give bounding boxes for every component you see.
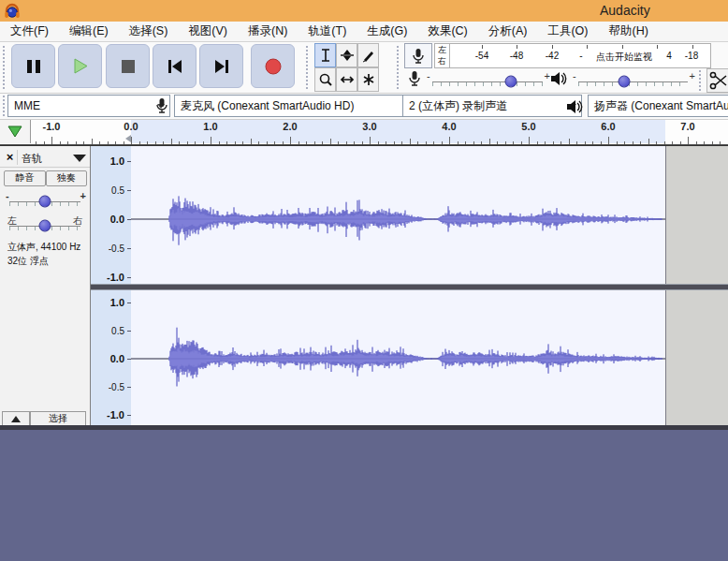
menu-tracks[interactable]: 轨道(T) bbox=[298, 23, 357, 39]
menu-effect[interactable]: 效果(C) bbox=[417, 23, 477, 39]
slider-min-label: - bbox=[573, 70, 576, 81]
gain-max-label: + bbox=[80, 190, 86, 201]
menu-view[interactable]: 视图(V) bbox=[178, 23, 238, 39]
gain-thumb[interactable] bbox=[39, 196, 51, 208]
ruler-label: 4.0 bbox=[442, 121, 456, 132]
ruler-tick bbox=[458, 141, 459, 144]
timeline-ruler[interactable]: -1.00.01.02.03.04.05.06.07.0 bbox=[0, 120, 728, 145]
zoom-tool-button[interactable] bbox=[314, 67, 336, 92]
ruler-label: 6.0 bbox=[601, 121, 615, 132]
skip-to-start-button[interactable] bbox=[153, 44, 197, 88]
title-bar[interactable]: Audacity bbox=[0, 0, 728, 22]
recording-volume-slider[interactable]: - + bbox=[432, 69, 543, 92]
skip-to-end-button[interactable] bbox=[199, 44, 243, 88]
meter-scale-label: -42 bbox=[546, 51, 559, 61]
record-meter-mic-button[interactable] bbox=[404, 43, 432, 68]
ruler-tick bbox=[537, 141, 538, 144]
vertical-scale-channel-2[interactable]: 1.00.50.0-0.5-1.0 bbox=[91, 290, 132, 426]
menu-generate[interactable]: 生成(G) bbox=[357, 23, 417, 39]
cut-button[interactable] bbox=[706, 68, 728, 93]
menu-transport[interactable]: 播录(N) bbox=[238, 23, 298, 39]
track-name[interactable]: 音轨 bbox=[22, 152, 42, 166]
waveform-svg-channel-1 bbox=[131, 146, 665, 284]
gain-min-label: - bbox=[6, 190, 9, 201]
menu-tools[interactable]: 工具(O) bbox=[537, 23, 598, 39]
timeline-options-button[interactable] bbox=[0, 120, 31, 143]
ruler-tick bbox=[672, 141, 673, 144]
ruler-tick bbox=[633, 141, 633, 144]
pan-slider[interactable]: 左 右 bbox=[9, 214, 80, 236]
ruler-tick bbox=[386, 141, 386, 144]
play-button[interactable] bbox=[58, 44, 102, 88]
device-toolbar: MME 麦克风 (Conexant SmartAudio HD) 2 (立体声)… bbox=[0, 94, 728, 120]
ruler-tick bbox=[401, 141, 402, 144]
ruler-tick bbox=[330, 139, 331, 144]
recording-device-select[interactable]: 麦克风 (Conexant SmartAudio HD) bbox=[174, 95, 421, 117]
track-menu-dropdown-icon[interactable] bbox=[73, 155, 86, 162]
ruler-tick bbox=[473, 141, 474, 144]
recording-meter[interactable]: -54-48-42-4-18点击开始监视 bbox=[449, 43, 711, 68]
toolbar-grip[interactable] bbox=[306, 46, 312, 89]
empty-track-space[interactable] bbox=[0, 430, 728, 561]
ruler-tick bbox=[608, 137, 609, 144]
waveform-channel-2[interactable] bbox=[131, 290, 665, 426]
mute-button[interactable]: 静音 bbox=[4, 170, 46, 186]
selection-tool-button[interactable] bbox=[314, 43, 336, 67]
menu-edit[interactable]: 编辑(E) bbox=[59, 23, 119, 39]
waveform-channel-1[interactable] bbox=[131, 146, 665, 284]
draw-tool-icon bbox=[361, 48, 376, 63]
slider-ticks bbox=[578, 82, 688, 86]
meter-tick bbox=[517, 45, 517, 49]
multi-tool-button[interactable] bbox=[357, 67, 379, 92]
toolbar-grip[interactable] bbox=[3, 46, 8, 89]
vertical-scale-channel-1[interactable]: 1.00.50.0-0.5-1.0 bbox=[91, 146, 132, 284]
microphone-icon bbox=[408, 70, 421, 87]
stop-button[interactable] bbox=[106, 44, 150, 88]
time-shift-tool-button[interactable] bbox=[336, 67, 357, 92]
monitor-hint-text[interactable]: 点击开始监视 bbox=[596, 51, 652, 64]
menu-select[interactable]: 选择(S) bbox=[119, 23, 179, 39]
playback-device-select[interactable]: 扬声器 (Conexant SmartAu bbox=[588, 95, 728, 117]
menu-file[interactable]: 文件(F) bbox=[0, 23, 59, 39]
stop-icon bbox=[121, 59, 136, 74]
ruler-tick bbox=[155, 141, 156, 144]
channel-divider[interactable] bbox=[91, 284, 728, 290]
audio-host-select[interactable]: MME bbox=[7, 95, 170, 117]
toolbar-area: 左 右 -54-48-42-4-18点击开始监视 - + - + bbox=[0, 42, 728, 94]
ruler-label: 7.0 bbox=[680, 121, 694, 132]
ruler-tick bbox=[640, 141, 641, 144]
ruler-tick bbox=[235, 141, 236, 144]
ruler-tick bbox=[426, 141, 427, 144]
meter-tick bbox=[657, 45, 658, 49]
draw-tool-button[interactable] bbox=[357, 43, 379, 67]
meter-channel-labels: 左 右 bbox=[434, 43, 450, 68]
playback-volume-slider[interactable]: - + bbox=[578, 69, 688, 92]
toolbar-grip[interactable] bbox=[397, 46, 402, 89]
beyond-clip-area[interactable] bbox=[665, 290, 728, 426]
speaker-icon bbox=[549, 70, 568, 87]
amplitude-label: 0.5 bbox=[111, 185, 124, 196]
recording-volume-thumb[interactable] bbox=[504, 76, 517, 88]
toolbar-grip[interactable] bbox=[699, 70, 705, 91]
solo-button[interactable]: 独奏 bbox=[46, 170, 87, 186]
pan-thumb[interactable] bbox=[39, 220, 51, 232]
ruler-tick bbox=[481, 141, 482, 144]
recording-channels-select[interactable]: 2 (立体声) 录制声道 bbox=[402, 95, 582, 117]
menu-help[interactable]: 帮助(H) bbox=[598, 23, 658, 39]
ruler-label: 1.0 bbox=[203, 121, 217, 132]
beyond-clip-area[interactable] bbox=[665, 146, 728, 284]
pause-button[interactable] bbox=[11, 44, 55, 88]
slider-max-label: + bbox=[690, 70, 695, 81]
amplitude-label: -0.5 bbox=[109, 244, 124, 254]
envelope-tool-button[interactable] bbox=[336, 43, 357, 67]
record-button[interactable] bbox=[251, 44, 295, 88]
ruler-tick bbox=[505, 141, 506, 144]
playback-volume-thumb[interactable] bbox=[619, 76, 631, 88]
ruler-tick bbox=[338, 141, 339, 144]
slider-min-label: - bbox=[427, 70, 430, 81]
amplitude-label: 0.0 bbox=[110, 353, 124, 364]
ruler-tick bbox=[410, 139, 411, 144]
gain-slider[interactable]: - + bbox=[9, 189, 80, 212]
menu-analyze[interactable]: 分析(A) bbox=[478, 23, 538, 39]
close-track-button[interactable]: × bbox=[3, 150, 18, 165]
